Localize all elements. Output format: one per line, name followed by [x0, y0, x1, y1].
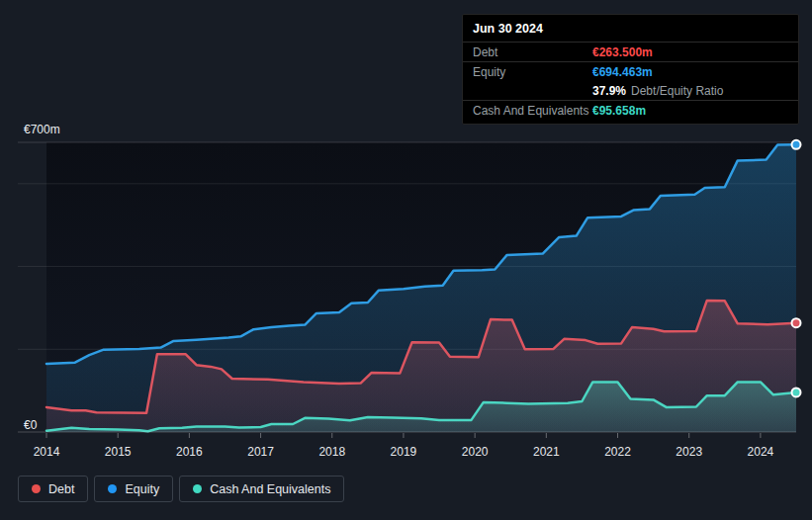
equity-end-dot [792, 140, 801, 149]
tooltip-equity-label: Equity [473, 65, 592, 79]
x-axis-label-2018: 2018 [318, 445, 345, 459]
legend-item-cash-and-equivalents[interactable]: Cash And Equivalents [179, 476, 344, 502]
equity-legend-label: Equity [125, 482, 159, 496]
x-axis-label-2016: 2016 [176, 445, 203, 459]
tooltip-equity-value: €694.463m [592, 65, 653, 79]
x-axis-label-2014: 2014 [34, 445, 60, 459]
chart-legend: Debt Equity Cash And Equivalents [18, 476, 344, 502]
equity-legend-dot [108, 484, 117, 493]
legend-item-equity[interactable]: Equity [94, 476, 173, 502]
x-axis-label-2023: 2023 [676, 445, 702, 459]
tooltip-row-cash: Cash And Equivalents €95.658m [463, 101, 798, 124]
legend-item-debt[interactable]: Debt [18, 476, 88, 502]
y-axis-label-700: €700m [24, 123, 60, 136]
x-axis-label-2024: 2024 [748, 445, 774, 459]
x-axis-label-2017: 2017 [247, 445, 274, 459]
debt-legend-dot [32, 484, 41, 493]
chart-tooltip: Jun 30 2024 Debt €263.500m Equity €694.4… [462, 14, 799, 125]
cash-legend-dot [193, 484, 202, 493]
debt-legend-label: Debt [48, 482, 74, 496]
x-axis-label-2022: 2022 [604, 445, 631, 459]
tooltip-cash-value: €95.658m [592, 104, 646, 118]
tooltip-ratio-label: Debt/Equity Ratio [631, 84, 723, 98]
tooltip-ratio-value: 37.9% [592, 84, 626, 98]
x-axis-label-2020: 2020 [462, 445, 489, 459]
cash-legend-label: Cash And Equivalents [210, 482, 330, 496]
tooltip-row-ratio: 37.9% Debt/Equity Ratio [463, 81, 798, 101]
cash-and-equivalents-end-dot [792, 388, 801, 396]
tooltip-debt-label: Debt [473, 45, 592, 59]
tooltip-debt-value: €263.500m [592, 45, 653, 59]
tooltip-date: Jun 30 2024 [463, 15, 798, 43]
debt-equity-history-panel: 2014201520162017201820192020202120222023… [0, 0, 812, 520]
tooltip-row-equity: Equity €694.463m [463, 62, 798, 81]
y-axis-label-0: €0 [24, 418, 37, 432]
x-axis-label-2021: 2021 [533, 445, 560, 459]
x-axis-label-2019: 2019 [391, 445, 417, 459]
x-axis-label-2015: 2015 [105, 445, 132, 459]
tooltip-row-debt: Debt €263.500m [463, 43, 798, 62]
debt-end-dot [792, 318, 801, 327]
tooltip-cash-label: Cash And Equivalents [473, 104, 592, 118]
